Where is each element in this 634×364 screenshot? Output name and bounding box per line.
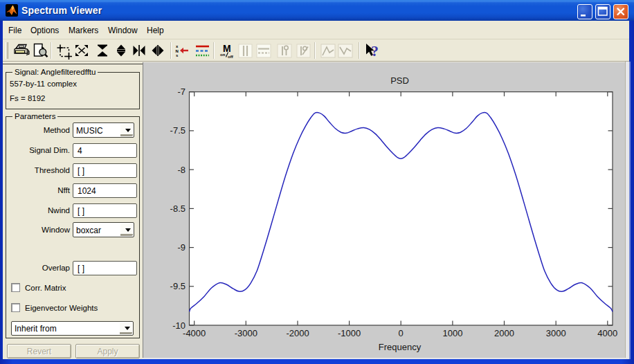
svg-text:-1000: -1000: [338, 328, 361, 338]
svg-text:-7: -7: [177, 87, 185, 97]
svg-text:1000: 1000: [442, 328, 462, 338]
svg-text:3000: 3000: [546, 328, 566, 338]
svg-text:?: ?: [371, 42, 379, 60]
svg-text:off: off: [228, 55, 234, 59]
svg-text:Frequency: Frequency: [379, 342, 422, 352]
svg-text:-9.5: -9.5: [170, 281, 185, 291]
svg-text:2000: 2000: [494, 328, 514, 338]
svg-text:on: on: [220, 53, 226, 57]
svg-text:-9: -9: [177, 242, 185, 253]
svg-text:x: x: [176, 44, 179, 48]
svg-text:-8: -8: [177, 165, 185, 175]
svg-text:4000: 4000: [597, 328, 617, 338]
svg-text:-10: -10: [172, 320, 185, 331]
svg-text:-4000: -4000: [183, 328, 206, 338]
svg-text:-3000: -3000: [235, 328, 257, 338]
svg-text:s: s: [176, 53, 179, 57]
svg-text:-7.5: -7.5: [170, 125, 185, 136]
svg-text:0: 0: [399, 328, 404, 338]
svg-text:N: N: [176, 49, 179, 53]
svg-text:-8.5: -8.5: [170, 203, 185, 214]
svg-text:PSD: PSD: [390, 75, 409, 86]
svg-text:-2000: -2000: [286, 328, 309, 338]
